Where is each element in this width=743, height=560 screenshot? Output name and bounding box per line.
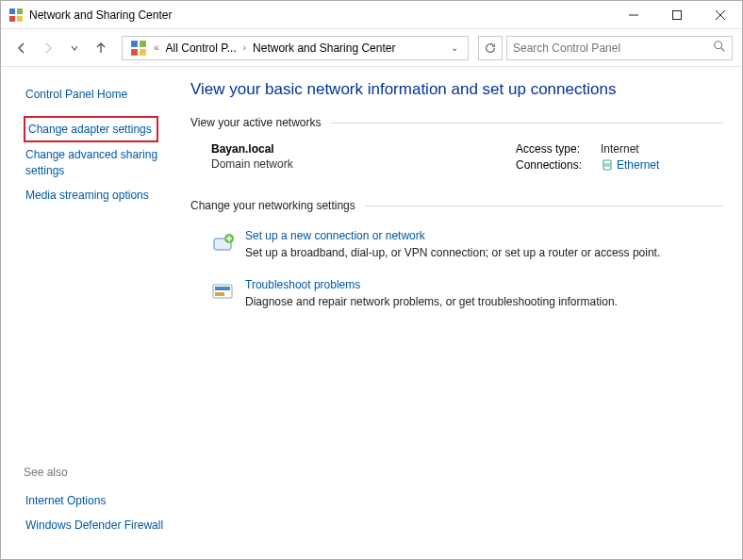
sidebar-item-advanced-sharing[interactable]: Change advanced sharing settings (24, 142, 170, 182)
svg-rect-10 (131, 49, 138, 56)
setting-item-troubleshoot: Troubleshoot problems Diagnose and repai… (190, 274, 723, 323)
svg-rect-9 (140, 41, 146, 47)
breadcrumb-chevron-icon[interactable]: › (240, 42, 249, 53)
forward-button[interactable] (37, 37, 59, 59)
sidebar-item-internet-options[interactable]: Internet Options (24, 488, 170, 513)
svg-line-13 (721, 48, 725, 52)
svg-rect-2 (9, 16, 15, 22)
svg-rect-11 (140, 49, 146, 56)
breadcrumb-segment[interactable]: Network and Sharing Center (249, 41, 399, 55)
section-header-change-settings: Change your networking settings (190, 199, 723, 212)
section-header-active-networks: View your active networks (190, 116, 723, 129)
access-type-value: Internet (601, 142, 639, 156)
refresh-button[interactable] (478, 36, 503, 60)
breadcrumb-chevron-icon[interactable]: « (151, 42, 162, 53)
new-connection-link[interactable]: Set up a new connection or network (245, 229, 425, 242)
svg-rect-8 (131, 41, 138, 47)
sidebar-item-adapter-settings[interactable]: Change adapter settings (24, 116, 158, 142)
svg-rect-21 (215, 287, 230, 290)
page-title: View your basic network information and … (190, 80, 723, 99)
address-bar[interactable]: « All Control P... › Network and Sharing… (122, 36, 469, 60)
divider (331, 123, 723, 124)
troubleshoot-link[interactable]: Troubleshoot problems (245, 278, 360, 291)
sidebar: Control Panel Home Change adapter settin… (1, 67, 185, 558)
sidebar-item-home[interactable]: Control Panel Home (24, 82, 170, 107)
see-also-header: See also (24, 466, 170, 479)
sidebar-item-media-streaming[interactable]: Media streaming options (24, 183, 170, 207)
new-connection-desc: Set up a broadband, dial-up, or VPN conn… (245, 246, 723, 259)
ethernet-icon (601, 158, 614, 172)
close-button[interactable] (699, 1, 742, 29)
connection-link[interactable]: Ethernet (601, 158, 659, 172)
sidebar-item-firewall[interactable]: Windows Defender Firewall (24, 513, 170, 537)
maximize-button[interactable] (655, 1, 699, 29)
minimize-button[interactable] (612, 1, 655, 29)
troubleshoot-desc: Diagnose and repair network problems, or… (245, 295, 723, 308)
address-dropdown-icon[interactable]: ⌄ (445, 42, 464, 53)
recent-dropdown[interactable] (63, 37, 86, 59)
connections-label: Connections: (516, 158, 601, 172)
control-panel-icon (130, 40, 147, 57)
navigation-bar: « All Control P... › Network and Sharing… (1, 29, 742, 67)
svg-rect-3 (17, 16, 23, 22)
svg-rect-0 (9, 8, 15, 14)
svg-rect-22 (215, 292, 224, 296)
titlebar: Network and Sharing Center (1, 1, 742, 29)
svg-rect-1 (17, 8, 23, 14)
search-input[interactable] (513, 41, 713, 55)
access-type-label: Access type: (516, 142, 601, 156)
up-button[interactable] (90, 37, 112, 59)
divider (365, 206, 723, 206)
window-title: Network and Sharing Center (29, 8, 612, 22)
app-icon (8, 8, 24, 23)
back-button[interactable] (10, 37, 33, 59)
breadcrumb-segment[interactable]: All Control P... (162, 41, 240, 55)
setting-item-new-connection: Set up a new connection or network Set u… (190, 225, 723, 274)
active-network-block: Bayan.local Domain network Access type: … (190, 142, 723, 174)
main-panel: View your basic network information and … (185, 67, 742, 558)
search-box[interactable] (506, 36, 733, 60)
network-type: Domain network (211, 157, 516, 171)
search-icon[interactable] (713, 40, 726, 56)
troubleshoot-icon (209, 278, 238, 306)
svg-rect-5 (673, 10, 682, 19)
svg-point-12 (715, 41, 722, 49)
network-name: Bayan.local (211, 142, 516, 156)
new-connection-icon (209, 229, 238, 257)
